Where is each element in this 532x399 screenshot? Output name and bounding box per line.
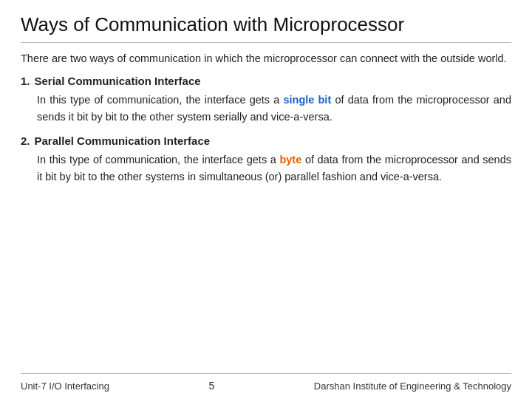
footer-right: Darshan Institute of Engineering & Techn… (314, 381, 511, 392)
section-1-body: In this type of communication, the inter… (37, 92, 511, 126)
page-title: Ways of Communication with Microprocesso… (21, 13, 511, 36)
section-2-title: Parallel Communication Interface (35, 134, 211, 147)
footer-center: 5 (209, 380, 215, 392)
section-1-title: Serial Communication Interface (35, 75, 201, 87)
section-2-highlight: byte (279, 154, 301, 166)
section-2-body: In this type of communication, the inter… (37, 151, 511, 185)
title-divider (21, 42, 511, 43)
intro-text: There are two ways of communication in w… (21, 50, 511, 66)
footer-left: Unit-7 I/O Interfacing (21, 381, 109, 392)
page: Ways of Communication with Microprocesso… (0, 0, 532, 399)
section-1-highlight: single bit (283, 94, 331, 106)
section-1-number: 1. (21, 75, 30, 87)
section-1-text-before: In this type of communication, the inter… (37, 94, 283, 106)
section-2-text-before: In this type of communication, the inter… (37, 154, 279, 166)
footer: Unit-7 I/O Interfacing 5 Darshan Institu… (21, 373, 511, 399)
section-2-number: 2. (21, 134, 30, 147)
section-1-heading: 1. Serial Communication Interface (21, 75, 511, 87)
section-2-heading: 2. Parallel Communication Interface (21, 134, 511, 147)
